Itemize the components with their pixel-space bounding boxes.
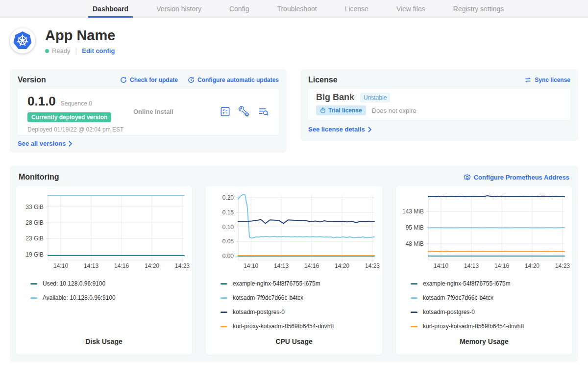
chart-title: CPU Usage xyxy=(206,338,382,345)
legend-item: Used: 10.128.0.96:9100 xyxy=(30,280,192,287)
chart-legend: Used: 10.128.0.96:9100Available: 10.128.… xyxy=(16,280,192,301)
chart-plot: 48 MiB95 MiB143 MiB14:1014:1314:1614:201… xyxy=(396,186,572,271)
svg-text:0.20: 0.20 xyxy=(222,194,234,201)
view-files-search-icon[interactable] xyxy=(258,106,269,117)
deployed-badge: Currently deployed version xyxy=(27,112,111,122)
tab-troubleshoot[interactable]: Troubleshoot xyxy=(272,0,321,18)
divider: | xyxy=(75,47,77,55)
legend-item: example-nginx-54f8f76755-l675m xyxy=(220,280,382,287)
app-title: App Name xyxy=(45,28,115,44)
svg-text:0.10: 0.10 xyxy=(222,224,234,231)
see-license-details-link[interactable]: See license details xyxy=(308,126,372,133)
tab-registry-settings[interactable]: Registry settings xyxy=(449,0,508,18)
chart-plot: 19 GiB23 GiB28 GiB33 GiB14:1014:1314:161… xyxy=(16,186,192,271)
refresh-icon xyxy=(120,77,127,83)
svg-text:14:23: 14:23 xyxy=(365,262,380,269)
svg-text:28 GiB: 28 GiB xyxy=(25,219,44,226)
legend-label: Available: 10.128.0.96:9100 xyxy=(43,294,116,301)
preflight-checks-icon[interactable] xyxy=(220,106,231,117)
legend-label: Used: 10.128.0.96:9100 xyxy=(43,280,105,287)
svg-text:14:20: 14:20 xyxy=(145,262,159,269)
configure-automatic-updates-link[interactable]: Configure automatic updates xyxy=(188,77,279,83)
svg-text:14:16: 14:16 xyxy=(494,262,509,269)
chart-card-cpu-usage: 0.000.050.100.150.2014:1014:1314:1614:20… xyxy=(206,186,382,355)
see-all-versions-link[interactable]: See all versions xyxy=(18,140,73,147)
legend-swatch xyxy=(411,283,417,285)
svg-text:23 GiB: 23 GiB xyxy=(25,235,44,242)
legend-swatch xyxy=(220,312,227,313)
svg-text:14:20: 14:20 xyxy=(335,262,349,269)
legend-swatch xyxy=(30,297,37,299)
legend-item: kotsadm-7f9dc7d66c-b4tcx xyxy=(411,294,572,301)
svg-text:14:13: 14:13 xyxy=(464,262,479,269)
chart-card-memory-usage: 48 MiB95 MiB143 MiB14:1014:1314:1614:201… xyxy=(396,186,572,355)
chevron-right-icon xyxy=(68,141,73,147)
svg-text:14:10: 14:10 xyxy=(244,262,258,269)
svg-text:14:20: 14:20 xyxy=(525,262,539,269)
gear-icon xyxy=(464,174,471,181)
legend-item: kotsadm-postgres-0 xyxy=(411,309,572,315)
svg-text:95 MiB: 95 MiB xyxy=(406,224,424,231)
current-version-box: 0.1.0 Sequence 0 Currently deployed vers… xyxy=(18,89,279,135)
tab-license[interactable]: License xyxy=(341,0,373,18)
version-number: 0.1.0 xyxy=(27,94,56,109)
clock-refresh-icon xyxy=(188,77,195,83)
tab-config[interactable]: Config xyxy=(225,0,253,18)
app-status: Ready xyxy=(52,47,71,54)
license-title: License xyxy=(308,76,338,84)
chart-card-disk-usage: 19 GiB23 GiB28 GiB33 GiB14:1014:1314:161… xyxy=(16,186,192,355)
install-type: Online Install xyxy=(133,108,173,115)
legend-item: example-nginx-54f8f76755-l675m xyxy=(411,280,572,287)
svg-text:14:23: 14:23 xyxy=(175,262,190,269)
config-wrench-icon[interactable] xyxy=(239,106,250,117)
license-customer: Big Bank xyxy=(316,92,354,103)
svg-text:14:16: 14:16 xyxy=(114,262,129,269)
svg-text:14:13: 14:13 xyxy=(274,262,289,269)
sync-license-link[interactable]: Sync license xyxy=(524,77,570,83)
svg-text:14:13: 14:13 xyxy=(84,262,98,269)
kubernetes-icon xyxy=(13,31,32,51)
svg-text:0.15: 0.15 xyxy=(222,209,234,216)
sync-icon xyxy=(524,77,532,83)
legend-swatch xyxy=(220,326,227,327)
chart-title: Disk Usage xyxy=(16,338,192,345)
legend-label: kurl-proxy-kotsadm-8569fb6454-dnvh8 xyxy=(423,323,524,330)
legend-swatch xyxy=(411,312,417,313)
svg-text:14:23: 14:23 xyxy=(555,262,570,269)
app-logo xyxy=(10,28,35,53)
version-sequence: Sequence 0 xyxy=(61,100,92,107)
legend-item: Available: 10.128.0.96:9100 xyxy=(30,294,192,301)
top-nav: DashboardVersion historyConfigTroublesho… xyxy=(0,0,588,18)
legend-swatch xyxy=(220,283,227,285)
tab-view-files[interactable]: View files xyxy=(392,0,430,18)
legend-swatch xyxy=(411,297,417,299)
deployed-timestamp: Deployed 01/19/22 @ 02:04 pm EST xyxy=(27,126,133,133)
legend-label: example-nginx-54f8f76755-l675m xyxy=(233,280,320,287)
svg-text:0.05: 0.05 xyxy=(222,238,234,245)
app-header: App Name Ready | Edit config xyxy=(10,28,115,55)
legend-swatch xyxy=(30,283,37,285)
legend-label: kurl-proxy-kotsadm-8569fb6454-dnvh8 xyxy=(233,323,334,330)
license-box: Big Bank Unstable Trial license Does not… xyxy=(308,89,570,120)
legend-label: kotsadm-7f9dc7d66c-b4tcx xyxy=(423,294,493,301)
version-card: Version Check for update Configure autom… xyxy=(10,69,287,153)
svg-text:14:16: 14:16 xyxy=(304,262,319,269)
legend-label: kotsadm-postgres-0 xyxy=(233,309,285,315)
svg-text:33 GiB: 33 GiB xyxy=(25,204,44,210)
legend-item: kurl-proxy-kotsadm-8569fb6454-dnvh8 xyxy=(411,323,572,330)
tab-dashboard[interactable]: Dashboard xyxy=(88,0,133,18)
svg-text:14:10: 14:10 xyxy=(434,262,448,269)
chart-plot: 0.000.050.100.150.2014:1014:1314:1614:20… xyxy=(206,186,382,271)
check-for-update-link[interactable]: Check for update xyxy=(120,77,178,83)
version-title: Version xyxy=(18,76,46,84)
legend-swatch xyxy=(411,326,417,327)
tab-version-history[interactable]: Version history xyxy=(152,0,206,18)
channel-badge: Unstable xyxy=(360,93,390,103)
chart-legend: example-nginx-54f8f76755-l675mkotsadm-7f… xyxy=(396,280,572,330)
svg-text:14:10: 14:10 xyxy=(53,262,68,269)
configure-prometheus-link[interactable]: Configure Prometheus Address xyxy=(464,174,569,181)
chevron-right-icon xyxy=(368,127,372,132)
edit-config-link[interactable]: Edit config xyxy=(82,47,115,54)
svg-text:0.00: 0.00 xyxy=(222,253,234,260)
license-card: License Sync license Big Bank Unstable xyxy=(300,69,578,141)
